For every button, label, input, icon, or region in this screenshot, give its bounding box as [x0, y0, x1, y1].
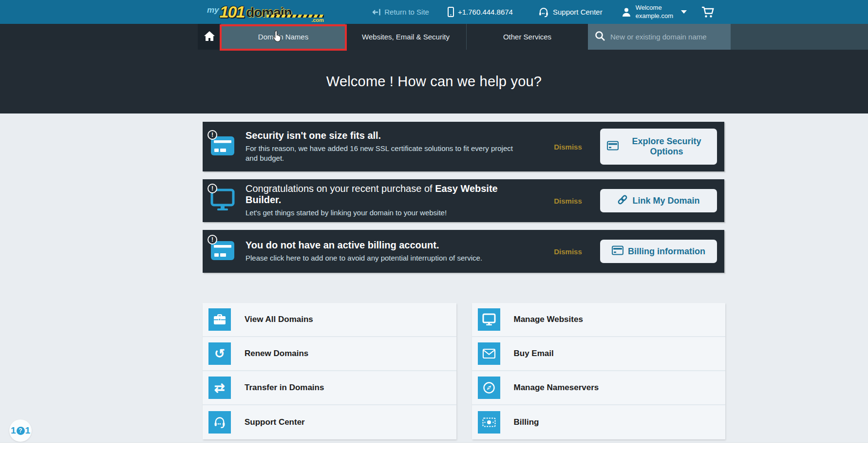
banner-website-builder: ! Congratulations on your recent purchas… — [203, 179, 724, 222]
banner-subtext: For this reason, we have added 16 new SS… — [245, 144, 518, 164]
banner-subtext: Please click here to add one to avoid an… — [245, 253, 532, 263]
banner-billing: ! You do not have an active billing acco… — [203, 230, 724, 273]
monitor-icon — [478, 308, 500, 331]
main-nav: Domain Names Websites, Email & Security … — [0, 24, 868, 50]
quick-link-label: View All Domains — [245, 315, 313, 324]
dismiss-link[interactable]: Dismiss — [547, 143, 589, 151]
return-arrow-icon — [372, 8, 380, 16]
tab-other-services-label: Other Services — [503, 33, 551, 41]
tab-domain-names-label: Domain Names — [258, 33, 308, 41]
logo-tld: .com — [311, 18, 324, 23]
quick-link-label: Buy Email — [514, 349, 554, 359]
quick-link-label: Manage Websites — [514, 315, 583, 324]
tab-websites-label: Websites, Email & Security — [362, 33, 450, 41]
top-bar: my 101 domain .com Return to Site +1.760… — [0, 0, 868, 24]
quick-link-label: Manage Nameservers — [514, 383, 599, 393]
alert-badge-icon: ! — [208, 130, 217, 140]
notification-banners: ! Security isn't one size fits all. For … — [203, 122, 724, 281]
quick-links: View All Domains ↺ Renew Domains ⇄ Trans… — [203, 303, 725, 439]
phone-icon — [448, 7, 454, 17]
banner-title: You do not have an active billing accoun… — [245, 240, 532, 251]
transfer-icon: ⇄ — [208, 377, 231, 399]
support-center-link[interactable]: Support Center — [538, 7, 603, 18]
tab-other-services[interactable]: Other Services — [467, 24, 588, 50]
search-icon — [595, 31, 605, 43]
support-center-link[interactable]: Support Center — [203, 405, 456, 439]
banner-subtext: Let's get things started by linking your… — [245, 208, 532, 218]
quick-link-label: Billing — [514, 417, 539, 427]
phone-number[interactable]: +1.760.444.8674 — [448, 7, 513, 17]
chevron-down-icon — [681, 10, 687, 14]
email-icon — [478, 342, 500, 365]
transfer-in-domains-link[interactable]: ⇄ Transfer in Domains — [203, 371, 456, 405]
renew-domains-link[interactable]: ↺ Renew Domains — [203, 337, 456, 371]
credit-card-icon — [210, 254, 235, 263]
headset-icon — [208, 411, 231, 434]
tab-websites-email-security[interactable]: Websites, Email & Security — [345, 24, 467, 50]
briefcase-icon — [208, 308, 231, 331]
dismiss-link[interactable]: Dismiss — [547, 247, 589, 256]
credit-card-icon — [607, 141, 619, 153]
account-name: example.com — [636, 12, 673, 20]
return-to-site-link[interactable]: Return to Site — [372, 8, 429, 16]
banner-security: ! Security isn't one size fits all. For … — [203, 122, 724, 171]
logo[interactable]: my 101 domain .com — [207, 3, 324, 21]
page-title: Welcome ! How can we help you? — [326, 74, 542, 90]
cart-button[interactable] — [701, 6, 714, 18]
user-icon — [621, 7, 632, 18]
home-icon — [204, 31, 215, 43]
credit-card-icon — [210, 150, 235, 158]
link-my-domain-button[interactable]: Link My Domain — [600, 189, 717, 212]
renew-icon: ↺ — [208, 342, 231, 365]
tab-domain-names[interactable]: Domain Names — [221, 24, 345, 50]
question-mark-icon: ? — [17, 427, 25, 435]
explore-security-options-button[interactable]: Explore Security Options — [600, 129, 717, 165]
quick-link-label: Transfer in Domains — [245, 383, 324, 393]
help-chat-widget[interactable]: 1 ? 1 — [9, 419, 32, 442]
cart-icon — [701, 6, 714, 18]
domain-search-box — [588, 24, 731, 50]
banner-title: Congratulations on your recent purchase … — [245, 183, 532, 206]
banner-title: Security isn't one size fits all. — [245, 130, 532, 141]
logo-101: 101 — [220, 3, 245, 20]
link-icon — [617, 194, 628, 208]
monitor-icon — [210, 204, 235, 212]
domain-search-input[interactable] — [610, 33, 722, 41]
manage-nameservers-link[interactable]: Manage Nameservers — [472, 371, 726, 405]
quick-links-left-column: View All Domains ↺ Renew Domains ⇄ Trans… — [203, 303, 456, 439]
quick-link-label: Support Center — [245, 417, 305, 427]
billing-information-button[interactable]: Billing information — [600, 240, 717, 263]
home-tab[interactable] — [198, 24, 221, 50]
money-icon — [478, 411, 500, 434]
nav-filler — [731, 24, 868, 50]
nameserver-compass-icon — [478, 377, 500, 399]
billing-link[interactable]: Billing — [472, 405, 726, 439]
hero-section: Welcome ! How can we help you? — [0, 50, 868, 113]
manage-websites-link[interactable]: Manage Websites — [472, 303, 726, 337]
alert-badge-icon: ! — [208, 235, 217, 245]
footer-strip — [0, 442, 868, 453]
logo-my: my — [207, 6, 219, 14]
credit-card-icon — [612, 245, 623, 258]
view-all-domains-link[interactable]: View All Domains — [203, 303, 456, 337]
topbar-items: Return to Site +1.760.444.8674 Support C… — [372, 4, 714, 20]
headset-icon — [538, 7, 549, 18]
phone-number-label: +1.760.444.8674 — [458, 8, 513, 16]
account-menu[interactable]: Welcome example.com — [621, 4, 687, 20]
alert-badge-icon: ! — [208, 184, 217, 193]
page: my 101 domain .com Return to Site +1.760… — [0, 0, 868, 453]
support-center-label: Support Center — [553, 8, 603, 16]
quick-links-right-column: Manage Websites Buy Email Manage Nameser… — [472, 303, 726, 439]
welcome-label: Welcome — [636, 4, 673, 12]
buy-email-link[interactable]: Buy Email — [472, 337, 726, 371]
quick-link-label: Renew Domains — [245, 349, 308, 359]
return-to-site-label: Return to Site — [384, 8, 429, 16]
dismiss-link[interactable]: Dismiss — [547, 197, 589, 205]
